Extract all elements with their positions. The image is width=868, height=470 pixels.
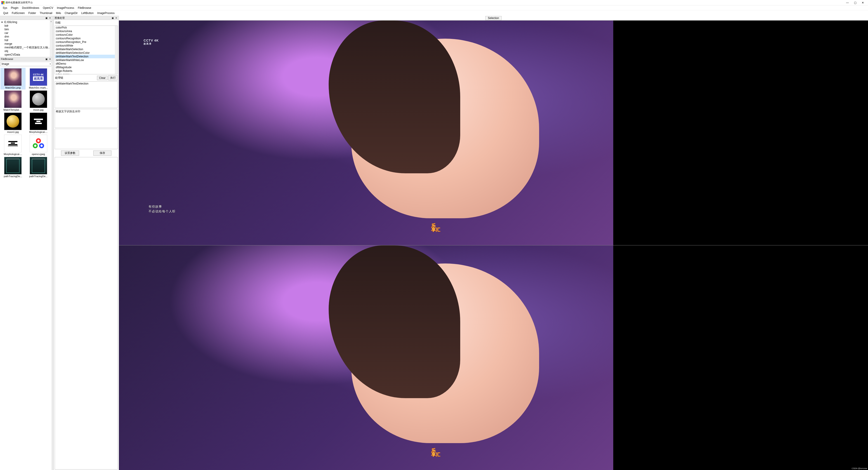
output-textbox[interactable] <box>55 157 118 470</box>
menu-plugin[interactable]: Plugin <box>9 6 20 10</box>
thumbnail-item[interactable]: pathTracingDe... <box>26 156 51 178</box>
tb-thumbnail[interactable]: Thumbnail <box>38 11 54 15</box>
tree-close-icon[interactable]: ✕ <box>49 16 52 20</box>
minimize-button[interactable]: — <box>844 0 851 5</box>
imgproc-float-icon[interactable]: ▣ <box>111 16 114 20</box>
function-item[interactable]: deWaterMarkWhiteLow <box>55 58 118 62</box>
filter-combo-value: Image <box>2 62 9 65</box>
tree-item[interactable]: openCVData <box>0 53 53 57</box>
function-item[interactable]: deWaterMarkSelectionColor <box>55 51 118 55</box>
menu-filebrowse[interactable]: FileBrowse <box>76 6 93 10</box>
maximize-button[interactable]: ▢ <box>851 0 859 5</box>
filebrowse-close-icon[interactable]: ✕ <box>49 57 52 61</box>
tree-item[interactable]: car <box>0 31 53 35</box>
chain-textbox[interactable]: deWaterMarkTextDetection <box>55 81 118 108</box>
thumbnail-item[interactable]: opencv.jpeg <box>26 134 51 156</box>
thumbnail-item[interactable]: pathTracingDe... <box>0 156 26 178</box>
tb-m4s[interactable]: M4s <box>54 11 63 15</box>
imgproc-close-icon[interactable]: ✕ <box>115 16 118 20</box>
tree-float-icon[interactable]: ▣ <box>45 16 48 20</box>
function-item[interactable]: dftMagnitude <box>55 65 118 69</box>
functions-listbox[interactable]: colorPickcontoursAreacontoursColorcontou… <box>55 26 118 74</box>
selection-tab[interactable]: Selection <box>485 16 501 20</box>
menu-dockwindows[interactable]: DockWindows <box>20 6 41 10</box>
tb-changedir[interactable]: ChangeDir <box>63 11 79 15</box>
menu-opencv[interactable]: OpenCV <box>41 6 55 10</box>
tb-folder[interactable]: Folder <box>26 11 38 15</box>
chevron-down-icon: ▾ <box>1 21 4 24</box>
save-button[interactable]: 保存 <box>93 151 112 156</box>
tb-imageprocess[interactable]: ImageProcess <box>95 11 116 15</box>
filebrowse-float-icon[interactable]: ▣ <box>45 57 48 61</box>
viewer-panel: Selection CCTV 4K 超高清 有些故事不必说给每个人听 乐享汇 <box>119 16 868 470</box>
thumbnail-item[interactable]: Morphological-... <box>26 112 51 134</box>
left-column: ▣ ✕ ▾ E:/00c/img bdr bim car dnn hdr mer… <box>0 16 53 470</box>
show-logo-watermark: 乐享汇 <box>431 448 440 457</box>
function-item[interactable]: colorPick <box>55 26 118 29</box>
function-item[interactable]: deWaterMarkTextDetection <box>55 55 118 58</box>
tb-fullscreen[interactable]: FullScreen <box>10 11 26 15</box>
image-original-pane[interactable]: CCTV 4K 超高清 有些故事不必说给每个人听 乐享汇 <box>119 20 868 245</box>
viewer-tab-row: Selection <box>119 16 868 20</box>
image-process-header: 图像处理 ▣ ✕ <box>54 16 119 20</box>
toolbar: Quit FullScreen Folder Thumbnail M4s Cha… <box>0 10 868 16</box>
tree-item[interactable]: bim <box>0 28 53 31</box>
function-item[interactable]: dftDemo <box>55 62 118 65</box>
filebrowse-title: FileBrowse <box>1 58 13 60</box>
tree-item[interactable]: mesh格式模型_一个精灵族壮汉人物模... <box>0 45 53 49</box>
function-item[interactable]: deWaterMarkSelection <box>55 48 118 51</box>
filebrowse-splitter[interactable] <box>51 67 53 470</box>
thumbnail-item[interactable]: moon1.jpg <box>0 112 26 134</box>
scroll-up-icon[interactable]: ▴ <box>50 20 53 23</box>
listbox-scrollbar[interactable] <box>115 26 118 74</box>
folder-tree[interactable]: ▾ E:/00c/img bdr bim car dnn hdr merge m… <box>0 20 53 57</box>
menu-imageprocess[interactable]: ImageProcess <box>55 6 76 10</box>
image-process-panel: 图像处理 ▣ ✕ 功能 colorPickcontoursAreacontour… <box>54 16 119 470</box>
tb-leftbutton[interactable]: LeftButton <box>79 11 95 15</box>
function-item[interactable]: contoursColor <box>55 33 118 37</box>
filter-combo[interactable]: Image ▾ <box>0 62 52 66</box>
tree-scrollbar[interactable]: ▴ <box>50 20 53 57</box>
tree-item[interactable]: qsplat <box>0 57 53 57</box>
function-item[interactable]: edge-canny <box>55 73 118 74</box>
thumbnail-image <box>4 135 22 152</box>
image-process-title: 图像处理 <box>55 16 65 20</box>
tree-item[interactable]: bdr <box>0 24 53 28</box>
thumbnail-item[interactable]: CCTV 4K超高清MatchSrc-mark... <box>26 68 51 90</box>
tree-item[interactable]: dnn <box>0 35 53 38</box>
set-params-button[interactable]: 设置参数 <box>61 151 79 156</box>
function-item[interactable]: contoursRecognition <box>55 37 118 40</box>
function-item[interactable]: edge-Roberts <box>55 69 118 73</box>
thumbnail-label: pathTracingDe... <box>29 175 48 178</box>
params-textbox[interactable] <box>55 129 118 149</box>
tree-item[interactable]: hdr <box>0 38 53 42</box>
thumbnail-item[interactable]: MatchSrc.png <box>0 68 26 90</box>
thumbnail-image <box>4 157 22 175</box>
thumbnail-label: moon.jpg <box>33 108 43 111</box>
image-result-pane[interactable]: 乐享汇 <box>119 245 868 470</box>
function-item[interactable]: contoursRecognition_Pre <box>55 40 118 44</box>
function-item[interactable]: contoursArea <box>55 29 118 33</box>
function-item[interactable]: contoursWhite <box>55 44 118 48</box>
thumbnail-grid[interactable]: MatchSrc.pngCCTV 4K超高清MatchSrc-mark...Ma… <box>0 67 51 470</box>
cctv-watermark: CCTV 4K 超高清 <box>144 39 159 45</box>
thumbnail-item[interactable]: moon.jpg <box>26 90 51 112</box>
thumbnail-item[interactable]: Morphological-... <box>0 134 26 156</box>
clear-button[interactable]: Clear <box>97 76 107 80</box>
execute-button[interactable]: 执行 <box>108 75 118 81</box>
chain-label: 处理链 <box>55 76 96 80</box>
close-button[interactable]: ✕ <box>859 0 867 5</box>
thumbnail-item[interactable]: MatchTemplate.... <box>0 90 26 112</box>
window-title: 插件化图像算法研究平台 <box>5 1 844 4</box>
tree-item[interactable]: merge <box>0 42 53 45</box>
tree-root[interactable]: ▾ E:/00c/img <box>0 20 53 24</box>
app-icon <box>1 1 4 4</box>
title-bar: 插件化图像算法研究平台 — ▢ ✕ <box>0 0 868 5</box>
tree-item[interactable]: obj <box>0 49 53 53</box>
thumbnail-label: MatchSrc-mark... <box>29 86 48 89</box>
description-textbox[interactable]: 根据文字识别去水印 <box>55 109 118 128</box>
thumbnail-label: MatchTemplate.... <box>3 108 22 111</box>
thumbnail-label: MatchSrc.png <box>5 86 21 89</box>
tb-quit[interactable]: Quit <box>1 11 10 15</box>
menu-sys[interactable]: Sys <box>1 6 9 10</box>
